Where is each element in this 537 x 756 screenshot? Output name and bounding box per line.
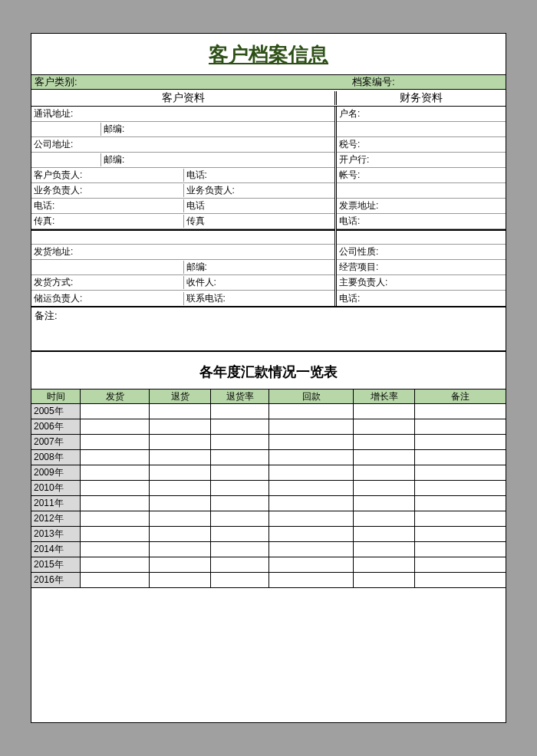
remarks-field[interactable]: 备注: bbox=[31, 306, 506, 352]
growth-cell[interactable] bbox=[354, 404, 415, 419]
payment-cell[interactable] bbox=[269, 573, 354, 587]
note-cell[interactable] bbox=[415, 481, 506, 495]
return-cell[interactable] bbox=[150, 465, 211, 480]
ship-cell[interactable] bbox=[81, 419, 150, 434]
growth-cell[interactable] bbox=[354, 465, 415, 480]
return-cell[interactable] bbox=[150, 450, 211, 465]
payment-cell[interactable] bbox=[269, 557, 354, 572]
business-manager-label: 业务负责人: bbox=[31, 184, 183, 197]
note-cell[interactable] bbox=[415, 527, 506, 541]
growth-cell[interactable] bbox=[354, 481, 415, 495]
payment-cell[interactable] bbox=[269, 435, 354, 449]
col-ship-header: 发货 bbox=[81, 390, 150, 403]
ship-cell[interactable] bbox=[81, 496, 150, 511]
growth-cell[interactable] bbox=[354, 450, 415, 465]
return-rate-cell[interactable] bbox=[211, 527, 269, 541]
return-rate-cell[interactable] bbox=[211, 450, 269, 465]
return-cell[interactable] bbox=[150, 511, 211, 526]
ship-cell[interactable] bbox=[81, 573, 150, 587]
note-cell[interactable] bbox=[415, 450, 506, 465]
return-rate-cell[interactable] bbox=[211, 542, 269, 557]
return-cell[interactable] bbox=[150, 419, 211, 434]
return-cell[interactable] bbox=[150, 404, 211, 419]
note-cell[interactable] bbox=[415, 404, 506, 419]
return-rate-cell[interactable] bbox=[211, 404, 269, 419]
return-cell[interactable] bbox=[150, 481, 211, 495]
growth-cell[interactable] bbox=[354, 542, 415, 557]
year-cell: 2008年 bbox=[31, 450, 81, 465]
table-row: 2014年 bbox=[31, 542, 506, 557]
return-cell[interactable] bbox=[150, 496, 211, 511]
note-cell[interactable] bbox=[415, 496, 506, 511]
growth-cell[interactable] bbox=[354, 435, 415, 449]
customer-section-header: 客户资料 bbox=[31, 91, 337, 105]
contact-address-label: 通讯地址: bbox=[31, 107, 73, 120]
payment-cell[interactable] bbox=[269, 481, 354, 495]
ship-cell[interactable] bbox=[81, 435, 150, 449]
year-cell: 2006年 bbox=[31, 419, 81, 434]
tax-id-label: 税号: bbox=[337, 138, 360, 151]
contact-phone-label: 联系电话: bbox=[183, 292, 335, 305]
business-manager2-label: 业务负责人: bbox=[183, 184, 335, 197]
return-cell[interactable] bbox=[150, 435, 211, 449]
note-cell[interactable] bbox=[415, 511, 506, 526]
return-cell[interactable] bbox=[150, 557, 211, 572]
payment-cell[interactable] bbox=[269, 404, 354, 419]
return-rate-cell[interactable] bbox=[211, 435, 269, 449]
return-rate-cell[interactable] bbox=[211, 557, 269, 572]
customer-category-label: 客户类别: bbox=[31, 75, 352, 89]
payment-cell[interactable] bbox=[269, 511, 354, 526]
return-rate-cell[interactable] bbox=[211, 465, 269, 480]
return-rate-cell[interactable] bbox=[211, 419, 269, 434]
payment-cell[interactable] bbox=[269, 527, 354, 541]
growth-cell[interactable] bbox=[354, 496, 415, 511]
table-row: 2012年 bbox=[31, 511, 506, 527]
return-cell[interactable] bbox=[150, 527, 211, 541]
table-row: 2015年 bbox=[31, 557, 506, 573]
ship-cell[interactable] bbox=[81, 450, 150, 465]
payment-cell[interactable] bbox=[269, 450, 354, 465]
ship-cell[interactable] bbox=[81, 542, 150, 557]
ship-cell[interactable] bbox=[81, 527, 150, 541]
return-cell[interactable] bbox=[150, 573, 211, 587]
note-cell[interactable] bbox=[415, 435, 506, 449]
payment-cell[interactable] bbox=[269, 496, 354, 511]
growth-cell[interactable] bbox=[354, 419, 415, 434]
note-cell[interactable] bbox=[415, 573, 506, 587]
company-address-label: 公司地址: bbox=[31, 138, 73, 151]
year-cell: 2015年 bbox=[31, 557, 81, 572]
return-rate-cell[interactable] bbox=[211, 481, 269, 495]
ship-cell[interactable] bbox=[81, 481, 150, 495]
table-row: 2006年 bbox=[31, 419, 506, 435]
note-cell[interactable] bbox=[415, 542, 506, 557]
ship-cell[interactable] bbox=[81, 557, 150, 572]
growth-cell[interactable] bbox=[354, 511, 415, 526]
table-row: 2008年 bbox=[31, 450, 506, 465]
payment-cell[interactable] bbox=[269, 465, 354, 480]
section-headers: 客户资料 财务资料 bbox=[31, 90, 506, 107]
year-cell: 2016年 bbox=[31, 573, 81, 587]
finance-phone-label: 电话: bbox=[337, 215, 360, 228]
note-cell[interactable] bbox=[415, 557, 506, 572]
growth-cell[interactable] bbox=[354, 527, 415, 541]
growth-cell[interactable] bbox=[354, 557, 415, 572]
finance-phone2-label: 电话: bbox=[337, 292, 360, 305]
return-rate-cell[interactable] bbox=[211, 496, 269, 511]
return-rate-cell[interactable] bbox=[211, 573, 269, 587]
finance-info-panel: 户名: 税号: 开户行: 帐号: 发票地址: 电话: 公司性质: 经营项目: 主… bbox=[337, 107, 506, 306]
account-no-label: 帐号: bbox=[337, 169, 360, 182]
ship-cell[interactable] bbox=[81, 465, 150, 480]
note-cell[interactable] bbox=[415, 419, 506, 434]
payment-cell[interactable] bbox=[269, 542, 354, 557]
growth-cell[interactable] bbox=[354, 573, 415, 587]
table-row: 2009年 bbox=[31, 465, 506, 481]
note-cell[interactable] bbox=[415, 465, 506, 480]
return-cell[interactable] bbox=[150, 542, 211, 557]
finance-section-header: 财务资料 bbox=[337, 91, 506, 105]
year-cell: 2009年 bbox=[31, 465, 81, 480]
zip2-label: 邮编: bbox=[100, 153, 334, 166]
payment-cell[interactable] bbox=[269, 419, 354, 434]
ship-cell[interactable] bbox=[81, 404, 150, 419]
return-rate-cell[interactable] bbox=[211, 511, 269, 526]
ship-cell[interactable] bbox=[81, 511, 150, 526]
